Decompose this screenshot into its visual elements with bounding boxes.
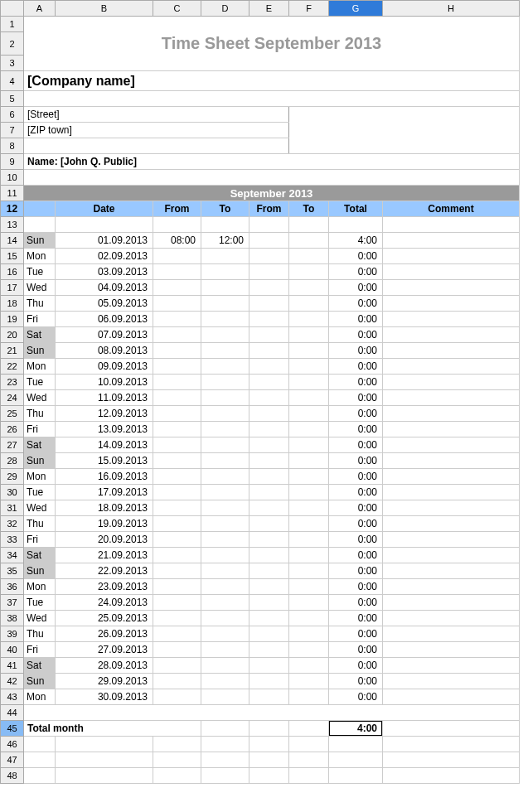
col-header-E[interactable]: E: [249, 1, 289, 17]
day-cell[interactable]: Sat: [24, 658, 56, 674]
date-cell[interactable]: 09.09.2013: [56, 359, 153, 375]
to2-cell[interactable]: [289, 437, 329, 453]
row-header-22[interactable]: 22: [1, 359, 24, 375]
to1-cell[interactable]: [201, 437, 249, 453]
cell[interactable]: [56, 752, 153, 768]
row-header-45[interactable]: 45: [1, 721, 24, 737]
to1-cell[interactable]: [201, 406, 249, 422]
row-header-31[interactable]: 31: [1, 500, 24, 516]
from2-cell[interactable]: [249, 532, 289, 548]
from2-cell[interactable]: [249, 595, 289, 611]
row-header-23[interactable]: 23: [1, 375, 24, 390]
day-cell[interactable]: Sat: [24, 437, 56, 453]
row-header-35[interactable]: 35: [1, 563, 24, 579]
comment-cell[interactable]: [383, 296, 520, 312]
col-header-B[interactable]: B: [56, 1, 153, 17]
to2-cell[interactable]: [289, 327, 329, 343]
date-cell[interactable]: 29.09.2013: [56, 674, 153, 689]
from2-cell[interactable]: [249, 327, 289, 343]
from1-cell[interactable]: [153, 595, 201, 611]
row-header-15[interactable]: 15: [1, 249, 24, 264]
date-cell[interactable]: 28.09.2013: [56, 658, 153, 674]
day-cell[interactable]: Wed: [24, 390, 56, 406]
total-cell[interactable]: 0:00: [329, 485, 383, 500]
day-cell[interactable]: Sun: [24, 233, 56, 249]
row-header-19[interactable]: 19: [1, 312, 24, 327]
to2-cell[interactable]: [289, 469, 329, 485]
row-header-39[interactable]: 39: [1, 626, 24, 642]
from1-cell[interactable]: [153, 485, 201, 500]
cell[interactable]: [201, 721, 249, 737]
from2-cell[interactable]: [249, 516, 289, 532]
day-cell[interactable]: Sun: [24, 563, 56, 579]
row-header-11[interactable]: 11: [1, 186, 24, 201]
from1-cell[interactable]: [153, 611, 201, 626]
date-cell[interactable]: 08.09.2013: [56, 343, 153, 359]
from2-cell[interactable]: [249, 280, 289, 296]
day-cell[interactable]: Sat: [24, 548, 56, 563]
cell[interactable]: [249, 737, 289, 752]
row-header-41[interactable]: 41: [1, 658, 24, 674]
row-header-7[interactable]: 7: [1, 123, 24, 138]
total-cell[interactable]: 0:00: [329, 390, 383, 406]
day-cell[interactable]: Tue: [24, 264, 56, 280]
comment-cell[interactable]: [383, 485, 520, 500]
cell[interactable]: [24, 768, 56, 784]
comment-cell[interactable]: [383, 437, 520, 453]
from1-cell[interactable]: [153, 453, 201, 469]
to2-cell[interactable]: [289, 280, 329, 296]
from2-cell[interactable]: [249, 579, 289, 595]
comment-cell[interactable]: [383, 516, 520, 532]
from1-cell[interactable]: [153, 689, 201, 705]
to1-cell[interactable]: [201, 563, 249, 579]
to2-cell[interactable]: [289, 674, 329, 689]
total-cell[interactable]: 0:00: [329, 327, 383, 343]
date-cell[interactable]: 26.09.2013: [56, 626, 153, 642]
total-cell[interactable]: 0:00: [329, 611, 383, 626]
to2-cell[interactable]: [289, 500, 329, 516]
day-cell[interactable]: Mon: [24, 579, 56, 595]
to1-cell[interactable]: 12:00: [201, 233, 249, 249]
cell[interactable]: [383, 768, 520, 784]
day-cell[interactable]: Tue: [24, 595, 56, 611]
table-header-date[interactable]: Date: [56, 201, 153, 217]
from1-cell[interactable]: [153, 375, 201, 390]
cell[interactable]: [383, 752, 520, 768]
from1-cell[interactable]: [153, 563, 201, 579]
company-name[interactable]: [Company name]: [24, 71, 520, 91]
from1-cell[interactable]: [153, 642, 201, 658]
from1-cell[interactable]: [153, 422, 201, 437]
cell[interactable]: [24, 138, 289, 154]
day-cell[interactable]: Mon: [24, 689, 56, 705]
row-header-44[interactable]: 44: [1, 705, 24, 721]
comment-cell[interactable]: [383, 500, 520, 516]
from2-cell[interactable]: [249, 312, 289, 327]
date-cell[interactable]: 21.09.2013: [56, 548, 153, 563]
from1-cell[interactable]: [153, 312, 201, 327]
date-cell[interactable]: 20.09.2013: [56, 532, 153, 548]
row-header-47[interactable]: 47: [1, 752, 24, 768]
date-cell[interactable]: 30.09.2013: [56, 689, 153, 705]
to2-cell[interactable]: [289, 249, 329, 264]
to2-cell[interactable]: [289, 642, 329, 658]
cell[interactable]: [201, 217, 249, 233]
comment-cell[interactable]: [383, 359, 520, 375]
date-cell[interactable]: 12.09.2013: [56, 406, 153, 422]
month-bar[interactable]: September 2013: [24, 186, 520, 201]
to1-cell[interactable]: [201, 548, 249, 563]
name-cell[interactable]: Name: [John Q. Public]: [24, 154, 520, 170]
day-cell[interactable]: Fri: [24, 532, 56, 548]
date-cell[interactable]: 16.09.2013: [56, 469, 153, 485]
date-cell[interactable]: 01.09.2013: [56, 233, 153, 249]
comment-cell[interactable]: [383, 532, 520, 548]
from2-cell[interactable]: [249, 485, 289, 500]
comment-cell[interactable]: [383, 595, 520, 611]
cell[interactable]: [289, 107, 520, 123]
to1-cell[interactable]: [201, 422, 249, 437]
comment-cell[interactable]: [383, 390, 520, 406]
cell[interactable]: [24, 170, 520, 186]
total-cell[interactable]: 0:00: [329, 359, 383, 375]
comment-cell[interactable]: [383, 658, 520, 674]
comment-cell[interactable]: [383, 280, 520, 296]
row-header-21[interactable]: 21: [1, 343, 24, 359]
